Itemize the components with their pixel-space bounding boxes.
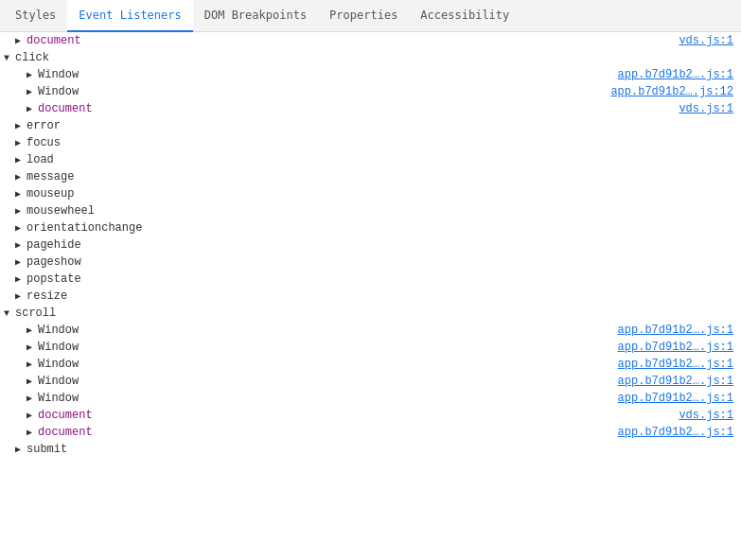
- node-label: Window: [38, 392, 79, 405]
- source-link[interactable]: app.b7d91b2….js:1: [618, 392, 741, 405]
- node-label: Window: [38, 341, 79, 354]
- expand-icon[interactable]: ▶: [15, 205, 25, 217]
- collapse-icon[interactable]: ▼: [4, 308, 13, 319]
- list-item: ▶documentapp.b7d91b2….js:1: [0, 424, 741, 441]
- node-label: Window: [38, 375, 79, 388]
- node-label: scroll: [15, 306, 56, 320]
- expand-icon[interactable]: ▶: [15, 290, 25, 302]
- node-label: document: [38, 409, 93, 422]
- list-item: ▶mouseup: [0, 185, 741, 202]
- list-item: ▶Windowapp.b7d91b2….js:1: [0, 356, 741, 373]
- list-item: ▶Windowapp.b7d91b2….js:12: [0, 83, 741, 100]
- node-label: popstate: [26, 272, 81, 286]
- expand-icon[interactable]: ▶: [15, 239, 25, 251]
- node-label: document: [38, 102, 93, 115]
- list-item: ▶mousewheel: [0, 202, 741, 219]
- node-label: error: [26, 119, 61, 132]
- node-label: mousewheel: [26, 204, 95, 218]
- list-item: ▼scroll: [0, 305, 741, 322]
- list-item: ▶focus: [0, 134, 741, 151]
- node-label: Window: [38, 68, 79, 81]
- content-area: ▶documentvds.js:1▼click▶Windowapp.b7d91b…: [0, 32, 741, 560]
- list-item: ▶submit: [0, 441, 741, 458]
- expand-icon[interactable]: ▶: [26, 103, 36, 114]
- list-item: ▶Windowapp.b7d91b2….js:1: [0, 66, 741, 83]
- node-label: focus: [26, 136, 61, 149]
- node-label: click: [15, 51, 49, 64]
- expand-icon[interactable]: ▶: [15, 273, 25, 285]
- expand-icon[interactable]: ▶: [26, 359, 36, 370]
- node-label: orientationchange: [26, 221, 142, 235]
- node-label: Window: [38, 85, 79, 98]
- list-item: ▶documentvds.js:1: [0, 407, 741, 424]
- source-link[interactable]: vds.js:1: [679, 102, 741, 115]
- expand-icon[interactable]: ▶: [15, 256, 25, 268]
- list-item: ▶popstate: [0, 271, 741, 288]
- list-item: ▶documentvds.js:1: [0, 100, 741, 117]
- node-label: pagehide: [26, 238, 81, 252]
- expand-icon[interactable]: ▶: [26, 341, 36, 353]
- source-link[interactable]: app.b7d91b2….js:1: [618, 375, 741, 388]
- collapse-icon[interactable]: ▼: [4, 53, 13, 63]
- source-link[interactable]: app.b7d91b2….js:1: [618, 341, 741, 354]
- node-label: message: [26, 170, 74, 184]
- expand-icon[interactable]: ▶: [15, 154, 25, 166]
- source-link[interactable]: app.b7d91b2….js:1: [618, 68, 741, 81]
- expand-icon[interactable]: ▶: [15, 137, 25, 149]
- expand-icon[interactable]: ▶: [26, 393, 36, 404]
- tab-properties[interactable]: Properties: [318, 0, 409, 32]
- expand-icon[interactable]: ▶: [26, 324, 36, 336]
- expand-icon[interactable]: ▶: [15, 444, 25, 455]
- tab-event-listeners[interactable]: Event Listeners: [67, 0, 192, 32]
- source-link[interactable]: app.b7d91b2….js:1: [618, 358, 741, 371]
- expand-icon[interactable]: ▶: [26, 86, 36, 97]
- node-label: document: [38, 426, 93, 439]
- node-label: pageshow: [26, 255, 81, 269]
- list-item: ▶message: [0, 168, 741, 185]
- list-item: ▶pagehide: [0, 236, 741, 254]
- node-label: Window: [38, 324, 79, 337]
- expand-icon[interactable]: ▶: [26, 69, 36, 80]
- list-item: ▶resize: [0, 288, 741, 305]
- node-label: mouseup: [26, 187, 74, 201]
- expand-icon[interactable]: ▶: [15, 222, 25, 234]
- list-item: ▶Windowapp.b7d91b2….js:1: [0, 339, 741, 356]
- expand-icon[interactable]: ▶: [26, 376, 36, 387]
- expand-icon[interactable]: ▶: [15, 120, 25, 131]
- list-item: ▶orientationchange: [0, 219, 741, 236]
- node-label: Window: [38, 358, 79, 371]
- node-label: resize: [26, 289, 67, 303]
- expand-icon[interactable]: ▶: [26, 410, 36, 421]
- node-label: document: [26, 34, 81, 47]
- node-label: load: [26, 153, 54, 166]
- list-item: ▶load: [0, 151, 741, 168]
- source-link[interactable]: vds.js:1: [679, 34, 741, 47]
- expand-icon[interactable]: ▶: [15, 188, 25, 200]
- expand-icon[interactable]: ▶: [15, 171, 25, 183]
- source-link[interactable]: app.b7d91b2….js:1: [618, 426, 741, 439]
- tab-accessibility[interactable]: Accessibility: [409, 0, 520, 32]
- list-item: ▶Windowapp.b7d91b2….js:1: [0, 390, 741, 407]
- expand-icon[interactable]: ▶: [15, 35, 25, 46]
- list-item: ▶Windowapp.b7d91b2….js:1: [0, 373, 741, 390]
- tab-bar: StylesEvent ListenersDOM BreakpointsProp…: [0, 0, 741, 32]
- source-link[interactable]: app.b7d91b2….js:1: [618, 324, 741, 337]
- tab-dom-breakpoints[interactable]: DOM Breakpoints: [193, 0, 318, 32]
- list-item: ▶documentvds.js:1: [0, 32, 741, 49]
- tab-styles[interactable]: Styles: [4, 0, 67, 32]
- list-item: ▶Windowapp.b7d91b2….js:1: [0, 322, 741, 339]
- source-link[interactable]: vds.js:1: [679, 409, 741, 422]
- node-label: submit: [26, 443, 67, 456]
- list-item: ▶pageshow: [0, 254, 741, 271]
- list-item: ▶error: [0, 117, 741, 134]
- expand-icon[interactable]: ▶: [26, 427, 36, 438]
- source-link[interactable]: app.b7d91b2….js:12: [610, 85, 741, 98]
- list-item: ▼click: [0, 49, 741, 66]
